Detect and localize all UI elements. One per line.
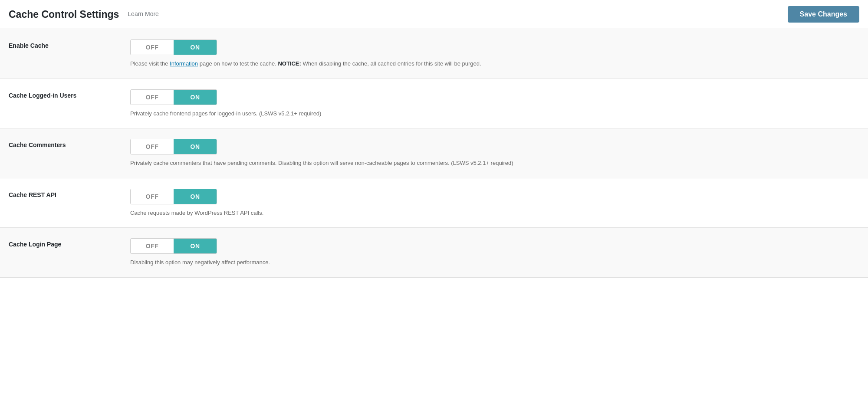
toggle-cache-logged-in-users[interactable]: OFF ON [130, 89, 217, 105]
settings-row-cache-login-page: Cache Login Page OFF ON Disabling this o… [0, 228, 868, 278]
toggle-off-enable-cache: OFF [131, 40, 174, 55]
setting-content-enable-cache: OFF ON Please visit the Information page… [130, 39, 859, 68]
setting-label-cache-rest-api: Cache REST API [9, 189, 130, 198]
toggle-wrapper-cache-commenters: OFF ON [130, 139, 859, 154]
toggle-enable-cache[interactable]: OFF ON [130, 39, 217, 55]
setting-label-cache-logged-in-users: Cache Logged-in Users [9, 89, 130, 99]
settings-row-cache-rest-api: Cache REST API OFF ON Cache requests mad… [0, 178, 868, 228]
toggle-off-cache-logged-in-users: OFF [131, 90, 174, 105]
toggle-wrapper-cache-login-page: OFF ON [130, 238, 859, 254]
setting-description-cache-logged-in-users: Privately cache frontend pages for logge… [130, 109, 859, 118]
toggle-off-cache-rest-api: OFF [131, 189, 174, 204]
setting-content-cache-commenters: OFF ON Privately cache commenters that h… [130, 139, 859, 167]
toggle-cache-rest-api[interactable]: OFF ON [130, 189, 217, 204]
setting-content-cache-login-page: OFF ON Disabling this option may negativ… [130, 238, 859, 267]
page-title: Cache Control Settings [9, 9, 119, 20]
header: Cache Control Settings Learn More Save C… [0, 0, 868, 29]
setting-label-cache-login-page: Cache Login Page [9, 238, 130, 248]
toggle-cache-commenters[interactable]: OFF ON [130, 139, 217, 154]
settings-row-cache-commenters: Cache Commenters OFF ON Privately cache … [0, 128, 868, 178]
settings-row-cache-logged-in-users: Cache Logged-in Users OFF ON Privately c… [0, 79, 868, 129]
toggle-on-cache-login-page: ON [174, 239, 217, 253]
toggle-wrapper-cache-logged-in-users: OFF ON [130, 89, 859, 105]
toggle-on-cache-logged-in-users: ON [174, 90, 217, 105]
save-changes-button[interactable]: Save Changes [788, 6, 859, 23]
setting-content-cache-rest-api: OFF ON Cache requests made by WordPress … [130, 189, 859, 217]
settings-row-enable-cache: Enable Cache OFF ON Please visit the Inf… [0, 29, 868, 79]
toggle-cache-login-page[interactable]: OFF ON [130, 238, 217, 254]
setting-label-cache-commenters: Cache Commenters [9, 139, 130, 148]
toggle-on-cache-rest-api: ON [174, 189, 217, 204]
toggle-on-cache-commenters: ON [174, 139, 217, 154]
toggle-off-cache-login-page: OFF [131, 239, 174, 253]
settings-list: Enable Cache OFF ON Please visit the Inf… [0, 29, 868, 278]
toggle-off-cache-commenters: OFF [131, 139, 174, 154]
setting-content-cache-logged-in-users: OFF ON Privately cache frontend pages fo… [130, 89, 859, 118]
toggle-wrapper-enable-cache: OFF ON [130, 39, 859, 55]
learn-more-link[interactable]: Learn More [128, 10, 159, 18]
setting-description-enable-cache: Please visit the Information page on how… [130, 59, 859, 68]
toggle-wrapper-cache-rest-api: OFF ON [130, 189, 859, 204]
page-wrapper: Cache Control Settings Learn More Save C… [0, 0, 868, 407]
setting-description-cache-login-page: Disabling this option may negatively aff… [130, 258, 859, 267]
setting-description-cache-rest-api: Cache requests made by WordPress REST AP… [130, 209, 859, 217]
toggle-on-enable-cache: ON [174, 40, 217, 55]
setting-label-enable-cache: Enable Cache [9, 39, 130, 49]
setting-description-cache-commenters: Privately cache commenters that have pen… [130, 159, 859, 167]
